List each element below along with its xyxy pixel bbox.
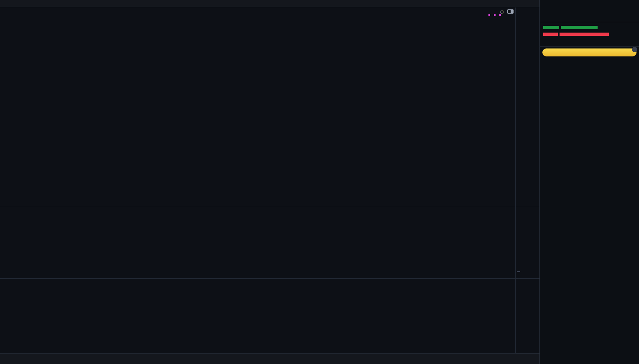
axis-divider <box>515 8 516 353</box>
time-axis <box>0 345 515 353</box>
banner-close-icon[interactable] <box>632 47 637 52</box>
volume-chart[interactable] <box>0 208 515 278</box>
period-toolbar <box>0 0 539 7</box>
chart-region[interactable]: ◇ <box>0 8 539 353</box>
pane-divider <box>0 278 539 279</box>
diamond-icon[interactable]: ◇ <box>500 8 504 15</box>
sell-volume-bar <box>543 31 636 38</box>
indicator-toolbar <box>0 353 539 364</box>
volume-unit-label <box>517 271 520 272</box>
buy-volume-bar <box>543 24 636 31</box>
quote-panel <box>539 0 639 364</box>
panel-toggle-icon[interactable] <box>507 9 514 14</box>
trading-app-window: ◇ <box>0 0 639 364</box>
macd-chart[interactable] <box>0 279 515 345</box>
pane-divider <box>0 207 539 207</box>
advance-decline-row <box>540 38 639 47</box>
level2-banner[interactable] <box>542 48 636 56</box>
ma-period-dots[interactable] <box>488 14 501 16</box>
main-candlestick-chart[interactable] <box>0 8 515 206</box>
